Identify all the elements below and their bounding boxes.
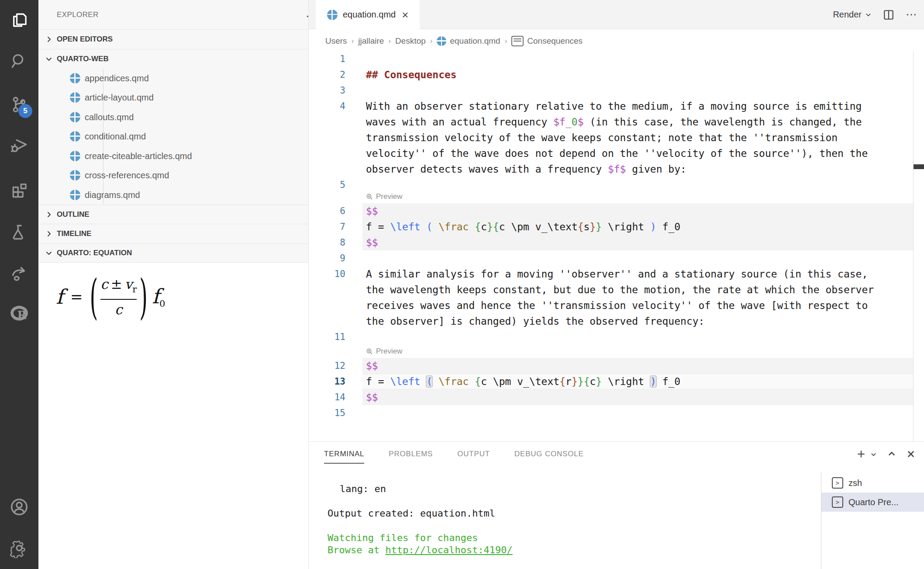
- search-icon[interactable]: [0, 45, 38, 78]
- latex-line-active: f = \left ( \frac {c \pm v_\text{r}}{c} …: [366, 374, 680, 389]
- matched-bracket: ): [650, 376, 656, 387]
- more-actions-icon[interactable]: ⋯: [906, 8, 918, 21]
- editor-group: equation.qmd × Render ⋯ Users › jjallair…: [309, 0, 924, 569]
- explorer-icon[interactable]: [0, 3, 38, 37]
- open-paren: (: [90, 269, 98, 324]
- tab-output[interactable]: OUTPUT: [457, 442, 490, 466]
- vscode-window: 5 R EXPLORER ⋯ OPEN EDITORS: [0, 0, 924, 569]
- rendered-equation: f = ( c±vr c ) f0: [56, 276, 165, 318]
- editor-actions: Render ⋯: [833, 0, 918, 29]
- breadcrumb-users[interactable]: Users: [325, 36, 347, 46]
- quarto-file-icon: [70, 131, 80, 142]
- overview-ruler[interactable]: [913, 51, 914, 441]
- overview-ruler-marker: [914, 164, 924, 169]
- terminal-icon: >: [832, 496, 843, 508]
- split-editor-icon[interactable]: [883, 9, 894, 21]
- math-delimiter: $$: [366, 235, 378, 250]
- breadcrumb: Users › jjallaire › Desktop › equation.q…: [309, 29, 924, 53]
- file-cross-references[interactable]: cross-references.qmd: [38, 166, 308, 185]
- testing-icon[interactable]: [0, 215, 38, 248]
- settings-gear-icon[interactable]: [0, 531, 38, 565]
- section-quarto-equation[interactable]: QUARTO: EQUATION: [38, 243, 308, 263]
- code-editor[interactable]: 1 2 ## Consequences 3 4 With an observer…: [309, 51, 924, 441]
- sidebar-title: EXPLORER: [57, 0, 99, 29]
- close-tab-icon[interactable]: ×: [402, 9, 408, 21]
- svg-text:R: R: [17, 309, 27, 322]
- latex-line: f = \left ( \frac {c}{c \pm v_\text{s}} …: [366, 219, 680, 235]
- chevron-right-icon: [45, 36, 52, 43]
- localhost-link[interactable]: http://localhost:4190/: [385, 545, 512, 555]
- quarto-file-icon: [70, 73, 80, 83]
- section-timeline[interactable]: TIMELINE: [38, 224, 308, 243]
- section-outline[interactable]: OUTLINE: [38, 205, 308, 224]
- quarto-file-icon: [70, 112, 80, 122]
- terminal-item-quarto-preview[interactable]: > Quarto Pre...: [821, 493, 924, 512]
- zoom-in-icon: [366, 193, 373, 200]
- maximize-panel-icon[interactable]: [887, 450, 896, 458]
- chevron-right-icon: [45, 211, 52, 218]
- panel-actions: [856, 442, 915, 466]
- breadcrumb-jjallaire[interactable]: jjallaire: [358, 36, 384, 46]
- extensions-icon[interactable]: [0, 173, 38, 206]
- preview-code-lens[interactable]: Preview: [366, 345, 402, 358]
- fraction-bar: [100, 299, 137, 300]
- file-conditional[interactable]: conditional.qmd: [38, 127, 308, 146]
- scm-badge: 5: [18, 104, 32, 118]
- source-control-icon[interactable]: [0, 88, 38, 121]
- math-delimiter: $$: [366, 389, 378, 405]
- tab-debug-console[interactable]: DEBUG CONSOLE: [514, 442, 584, 466]
- file-appendices[interactable]: appendices.qmd: [38, 69, 308, 88]
- quarto-file-icon: [437, 36, 446, 46]
- terminal-output-line: Browse at http://localhost:4190/: [328, 544, 513, 556]
- bottom-panel: TERMINAL PROBLEMS OUTPUT DEBUG CONSOLE l…: [309, 441, 924, 569]
- panel-tabs: TERMINAL PROBLEMS OUTPUT DEBUG CONSOLE: [324, 442, 584, 466]
- file-article-layout[interactable]: article-layout.qmd: [38, 88, 308, 107]
- tab-terminal[interactable]: TERMINAL: [324, 442, 364, 466]
- breadcrumb-desktop[interactable]: Desktop: [395, 36, 426, 46]
- activity-bar: 5 R: [0, 0, 38, 569]
- quarto-file-icon: [70, 190, 80, 200]
- quarto-file-icon: [70, 151, 80, 161]
- zoom-in-icon: [366, 348, 373, 355]
- file-diagrams[interactable]: diagrams.qmd: [38, 185, 308, 205]
- explorer-sidebar: EXPLORER ⋯ OPEN EDITORS QUARTO-WEB appen…: [38, 0, 309, 569]
- chevron-right-icon: [45, 230, 52, 237]
- file-create-citeable-articles[interactable]: create-citeable-articles.qmd: [38, 146, 308, 166]
- math-delimiter: $$: [366, 203, 378, 219]
- section-workspace[interactable]: QUARTO-WEB: [38, 49, 308, 69]
- fraction: c±vr c: [100, 276, 137, 318]
- run-debug-icon[interactable]: [0, 128, 38, 162]
- terminal-output-line: Watching files for changes: [328, 532, 478, 544]
- chevron-down-icon: [45, 250, 52, 257]
- tab-problems[interactable]: PROBLEMS: [389, 442, 433, 466]
- quarto-file-icon: [70, 92, 80, 103]
- math-delimiter: $$: [366, 358, 378, 374]
- terminal-item-zsh[interactable]: > zsh: [821, 473, 924, 493]
- preview-code-lens[interactable]: Preview: [366, 190, 402, 203]
- tab-equation-qmd[interactable]: equation.qmd ×: [316, 0, 420, 29]
- close-panel-icon[interactable]: [907, 450, 915, 458]
- quarto-equation-panel: f = ( c±vr c ) f0: [38, 263, 308, 569]
- r-lang-icon[interactable]: R: [0, 297, 38, 330]
- render-button[interactable]: Render: [833, 10, 872, 20]
- quarto-file-icon: [70, 170, 80, 180]
- markdown-heading: ## Consequences: [366, 67, 457, 83]
- breadcrumb-section[interactable]: Consequences: [511, 36, 583, 46]
- file-callouts[interactable]: callouts.qmd: [38, 108, 308, 127]
- matched-bracket: (: [426, 376, 432, 387]
- terminal-icon: >: [832, 477, 843, 489]
- quarto-preview-icon[interactable]: [0, 256, 38, 289]
- quarto-file-icon: [327, 10, 338, 20]
- breadcrumb-file[interactable]: equation.qmd: [437, 36, 500, 46]
- close-paren: ): [139, 269, 148, 324]
- section-open-editors[interactable]: OPEN EDITORS: [38, 29, 308, 49]
- new-terminal-icon[interactable]: [856, 449, 866, 459]
- symbol-section-icon: [511, 36, 524, 46]
- chevron-down-icon: [865, 11, 872, 18]
- account-icon[interactable]: [0, 490, 38, 524]
- terminal-output-line: lang: en: [340, 483, 386, 495]
- terminal-output-line: Output created: equation.html: [328, 507, 495, 520]
- terminal-dropdown-icon[interactable]: [870, 451, 877, 458]
- chevron-down-icon: [45, 56, 52, 62]
